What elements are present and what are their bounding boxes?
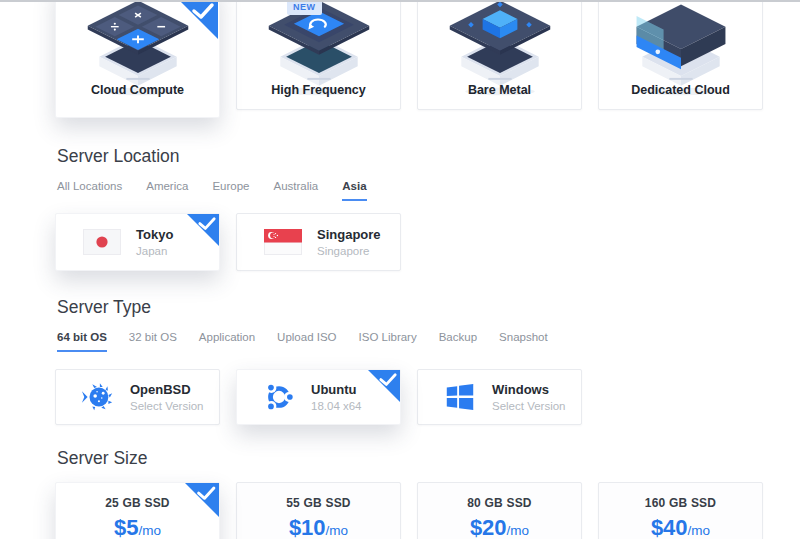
size-storage: 55 GB SSD: [237, 496, 400, 510]
tab-all-locations[interactable]: All Locations: [57, 180, 122, 201]
plan-card-high-frequency[interactable]: NEW High Frequency: [236, 0, 401, 110]
openbsd-icon: [81, 380, 115, 414]
os-name: Windows: [492, 382, 566, 397]
size-card-160gb[interactable]: 160 GB SSD $40/mo: [598, 482, 763, 539]
os-detail: Select Version: [492, 400, 566, 412]
size-price: $20/mo: [418, 515, 581, 539]
location-card-singapore[interactable]: Singapore Singapore: [236, 213, 401, 271]
selected-checkmark-icon: [368, 370, 400, 402]
location-card-tokyo[interactable]: Tokyo Japan: [55, 213, 220, 271]
server-type-tabs: 64 bit OS 32 bit OS Application Upload I…: [57, 331, 800, 352]
size-price: $5/mo: [56, 515, 219, 539]
location-cards-row: Tokyo Japan Singapore: [55, 213, 800, 271]
os-detail: 18.04 x64: [311, 400, 362, 412]
server-location-title: Server Location: [57, 146, 800, 167]
plan-card-cloud-compute[interactable]: Cloud Compute: [55, 0, 220, 118]
tab-asia[interactable]: Asia: [342, 180, 366, 201]
tab-upload-iso[interactable]: Upload ISO: [277, 331, 336, 352]
os-card-ubuntu[interactable]: Ubuntu 18.04 x64: [236, 369, 401, 425]
size-card-55gb[interactable]: 55 GB SSD $10/mo: [236, 482, 401, 539]
plan-cards-row: Cloud Compute NEW: [55, 0, 800, 118]
size-card-80gb[interactable]: 80 GB SSD $20/mo: [417, 482, 582, 539]
location-city: Tokyo: [136, 227, 173, 242]
tab-application[interactable]: Application: [199, 331, 255, 352]
plan-card-label: High Frequency: [237, 83, 400, 97]
price-period: /mo: [507, 523, 530, 538]
japan-flag-icon: [83, 229, 121, 255]
os-name: Ubuntu: [311, 382, 362, 397]
ubuntu-icon: [262, 380, 296, 414]
plan-card-bare-metal[interactable]: Bare Metal: [417, 0, 582, 110]
price-amount: $5: [114, 515, 138, 539]
new-badge: NEW: [287, 0, 322, 15]
os-card-windows[interactable]: Windows Select Version: [417, 369, 582, 425]
size-price: $40/mo: [599, 515, 762, 539]
os-detail: Select Version: [130, 400, 204, 412]
price-amount: $10: [289, 515, 326, 539]
tab-backup[interactable]: Backup: [439, 331, 477, 352]
price-period: /mo: [326, 523, 349, 538]
server-size-title: Server Size: [57, 448, 800, 469]
tab-australia[interactable]: Australia: [274, 180, 319, 201]
location-country: Japan: [136, 245, 173, 257]
tab-iso-library[interactable]: ISO Library: [359, 331, 417, 352]
size-cards-row: 25 GB SSD $5/mo 55 GB SSD $10/mo 80 GB S…: [55, 482, 800, 539]
plan-card-label: Cloud Compute: [56, 83, 219, 97]
tab-europe[interactable]: Europe: [212, 180, 249, 201]
selected-checkmark-icon: [178, 0, 218, 39]
location-city: Singapore: [317, 227, 381, 242]
selected-checkmark-icon: [187, 214, 219, 246]
price-amount: $20: [470, 515, 507, 539]
price-period: /mo: [688, 523, 711, 538]
location-tabs: All Locations America Europe Australia A…: [57, 180, 800, 201]
windows-icon: [443, 380, 477, 414]
plan-card-dedicated-cloud[interactable]: Dedicated Cloud: [598, 0, 763, 110]
price-amount: $40: [651, 515, 688, 539]
selected-checkmark-icon: [185, 483, 219, 517]
price-period: /mo: [138, 523, 161, 538]
plan-card-label: Bare Metal: [418, 83, 581, 97]
tab-64-bit-os[interactable]: 64 bit OS: [57, 331, 107, 352]
location-country: Singapore: [317, 245, 381, 257]
os-card-openbsd[interactable]: OpenBSD Select Version: [55, 369, 220, 425]
tab-america[interactable]: America: [146, 180, 188, 201]
singapore-flag-icon: [264, 229, 302, 255]
tab-snapshot[interactable]: Snapshot: [499, 331, 548, 352]
server-type-title: Server Type: [57, 297, 800, 318]
tab-32-bit-os[interactable]: 32 bit OS: [129, 331, 177, 352]
size-storage: 80 GB SSD: [418, 496, 581, 510]
size-card-25gb[interactable]: 25 GB SSD $5/mo: [55, 482, 220, 539]
os-cards-row: OpenBSD Select Version Ubuntu 18.04 x64: [55, 369, 800, 425]
os-name: OpenBSD: [130, 382, 204, 397]
size-storage: 160 GB SSD: [599, 496, 762, 510]
top-divider: [0, 0, 800, 2]
plan-card-label: Dedicated Cloud: [599, 83, 762, 97]
size-price: $10/mo: [237, 515, 400, 539]
